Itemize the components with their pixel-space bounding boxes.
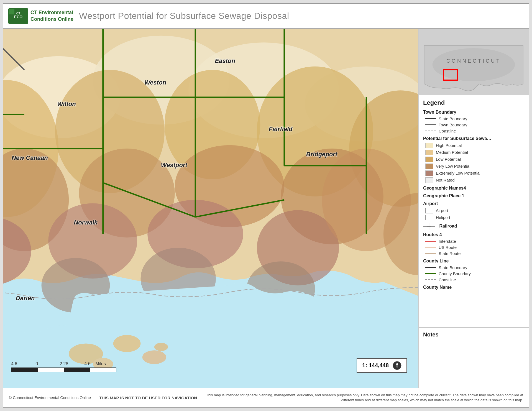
- legend-item-medium: Medium Potential: [425, 150, 524, 155]
- legend-swatch-airport: [425, 208, 433, 213]
- notes-title: Notes: [423, 331, 524, 338]
- legend-item-county-boundary: County Boundary: [425, 271, 524, 276]
- map-ratio-box: 1: 144,448 N: [357, 358, 407, 373]
- legend-swatch-medium: [425, 150, 433, 155]
- legend-item-notrated: Not Rated: [425, 177, 524, 183]
- legend-line-coastline1: [425, 131, 436, 131]
- scale-unit-label: Miles: [96, 361, 106, 366]
- legend-section-county-line: County Line: [423, 259, 524, 264]
- footer-nav-warning: THIS MAP IS NOT TO BE USED FOR NAVIGATIO…: [99, 395, 197, 400]
- main-content: Easton Weston Wilton Fairfield New Canaa…: [3, 29, 529, 388]
- logo-area: CT ECO CT Environmental Conditions Onlin…: [8, 8, 73, 24]
- legend-swatch-notrated: [425, 177, 433, 183]
- ct-overview-label: CONNECTICUT: [446, 58, 501, 64]
- legend-line-county-boundary: [425, 273, 436, 274]
- legend-line-county-coastline: [425, 279, 436, 280]
- legend-section-potential: Potential for Subsurface Sewa…: [423, 136, 524, 141]
- legend-swatch-high: [425, 143, 433, 148]
- page-container: CT ECO CT Environmental Conditions Onlin…: [3, 3, 529, 408]
- legend-item-town-boundary: Town Boundary: [425, 122, 524, 127]
- legend-line-interstate: [425, 241, 436, 242]
- legend-line-county-state: [425, 267, 436, 268]
- svg-point-26: [142, 350, 166, 364]
- railroad-symbol: ─┼─: [423, 223, 435, 229]
- scale-bar-seg1: [11, 368, 38, 372]
- legend-swatch-heliport: [425, 215, 433, 220]
- legend-item-us-route: US Route: [425, 245, 524, 250]
- map-ratio-text: 1: 144,448: [362, 362, 389, 369]
- legend-item-interstate: Interstate: [425, 239, 524, 244]
- legend-swatch-verylow: [425, 164, 433, 169]
- svg-rect-3: [9, 9, 14, 14]
- legend-item-state-route: State Route: [425, 251, 524, 256]
- legend-item-high: High Potential: [425, 143, 524, 148]
- legend-item-airport: Airport: [425, 208, 524, 213]
- svg-text:N: N: [396, 363, 398, 364]
- header: CT ECO CT Environmental Conditions Onlin…: [3, 4, 529, 29]
- legend-item-county-state-boundary: State Boundary: [425, 265, 524, 270]
- legend-line-state-route: [425, 253, 436, 254]
- legend-section-geo-names4: Geographic Names4: [423, 186, 524, 191]
- svg-point-29: [154, 343, 168, 351]
- scale-bar-container: 4.6 0 2.28 4.6 Miles: [11, 361, 116, 372]
- scale-bar-seg2: [38, 368, 64, 372]
- legend-swatch-low: [425, 157, 433, 162]
- svg-point-50: [433, 48, 515, 81]
- map-area[interactable]: Easton Weston Wilton Fairfield New Canaa…: [3, 29, 418, 388]
- legend-line-state: [425, 118, 436, 119]
- legend-item-low: Low Potential: [425, 157, 524, 162]
- ct-overview-map: CONNECTICUT: [419, 29, 529, 95]
- page-title: Westport Potential for Subsurface Sewage…: [79, 11, 289, 21]
- legend-line-us-route: [425, 247, 436, 247]
- footer-copyright: © Connecticut Environmental Conditions O…: [9, 395, 91, 400]
- north-arrow-icon: N: [393, 361, 401, 370]
- legend-swatch-extremelylow: [425, 170, 433, 176]
- legend-item-verylow: Very Low Potential: [425, 164, 524, 169]
- scale-left-label: 4.6: [11, 361, 17, 366]
- legend-section-railroad: ─┼─ Railroad: [423, 223, 524, 229]
- svg-text:ECO: ECO: [14, 15, 22, 19]
- cteco-logo-icon: CT ECO: [8, 8, 28, 24]
- legend-section-county-name: County Name: [423, 285, 524, 290]
- footer-disclaimer: This map is intended for general plannin…: [205, 393, 523, 403]
- legend-section-town-boundary: Town Boundary: [423, 110, 524, 115]
- legend-section-airport: Airport: [423, 201, 524, 206]
- scale-right-label2: 4.6: [84, 361, 90, 366]
- legend-item-heliport: Heliport: [425, 215, 524, 220]
- legend-line-town: [425, 124, 436, 125]
- footer: © Connecticut Environmental Conditions O…: [3, 388, 529, 407]
- legend-section-geo-place1: Geographic Place 1: [423, 193, 524, 198]
- scale-bar-seg3: [64, 368, 90, 372]
- legend-item-county-coastline: Coastline: [425, 277, 524, 282]
- logo-text: CT Environmental Conditions Online: [30, 9, 73, 22]
- scale-mid-label: 0: [35, 361, 38, 366]
- scale-bar-seg4: [90, 368, 116, 372]
- legend-title: Legend: [423, 99, 524, 106]
- legend-item-state-boundary-1: State Boundary: [425, 116, 524, 121]
- legend-panel: Legend Town Boundary State Boundary Town…: [419, 95, 529, 327]
- scale-right-label1: 2.28: [60, 361, 68, 366]
- notes-panel: Notes: [419, 327, 529, 388]
- right-panel: CONNECTICUT Legend Town Boundary State B…: [418, 29, 529, 388]
- legend-item-extremelylow: Extremely Low Potential: [425, 170, 524, 176]
- legend-section-routes4: Routes 4: [423, 232, 524, 237]
- svg-point-25: [113, 335, 141, 352]
- legend-railroad-label: Railroad: [439, 224, 457, 229]
- legend-item-coastline-1: Coastline: [425, 129, 524, 133]
